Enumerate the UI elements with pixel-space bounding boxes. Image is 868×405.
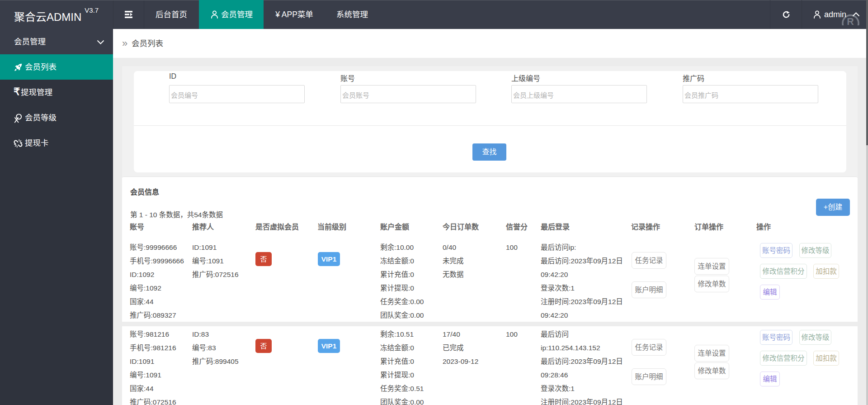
- svg-text:R: R: [847, 16, 854, 25]
